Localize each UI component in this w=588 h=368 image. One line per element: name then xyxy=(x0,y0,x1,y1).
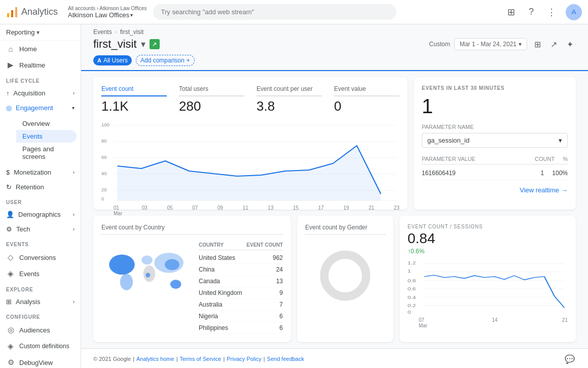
sidebar-item-custom-definitions[interactable]: ◈ Custom definitions xyxy=(0,338,77,354)
page-title-dropdown-icon[interactable]: ▾ xyxy=(141,39,145,50)
country-name: Australia xyxy=(199,301,223,308)
svg-point-18 xyxy=(141,255,153,264)
all-users-filter[interactable]: A All Users xyxy=(93,55,132,65)
page-title: first_visit xyxy=(93,38,137,51)
sidebar-item-demographics[interactable]: 👤 Demographics › xyxy=(0,207,81,222)
sidebar-item-label: Analysis xyxy=(16,298,40,306)
metric-total-users-value: 280 xyxy=(179,98,244,114)
svg-rect-2 xyxy=(15,7,17,17)
sidebar-item-label: Realtime xyxy=(19,61,45,69)
param-row-stats: 1 100% xyxy=(541,170,568,177)
app-name: Analytics xyxy=(21,7,58,17)
acquisition-icon: ↑ xyxy=(6,89,10,97)
footer-analytics-home-link[interactable]: Analytics home xyxy=(136,356,174,362)
more-options-icon[interactable]: ⋮ xyxy=(545,6,558,18)
sidebar-sub-item-pages[interactable]: Pages and screens xyxy=(16,143,77,163)
breadcrumb-current: first_visit xyxy=(120,28,144,36)
sidebar-item-tech[interactable]: ⚙ Tech › xyxy=(0,222,81,237)
events-section-label: EVENTS xyxy=(0,237,81,249)
main-layout: Reporting ▾ ⌂ Home ▶ Realtime LIFE CYCLE… xyxy=(0,24,588,368)
sidebar-item-conversions[interactable]: ◇ Conversions xyxy=(0,249,77,265)
x-label: 15 xyxy=(293,205,299,216)
sidebar-item-retention[interactable]: ↻ Retention xyxy=(0,180,81,194)
export-sheet-icon[interactable]: ↗ xyxy=(150,39,160,49)
country-card: Event count by Country xyxy=(93,216,291,342)
tech-icon: ⚙ xyxy=(6,225,12,233)
param-dropdown-value: ga_session_id xyxy=(427,137,469,144)
sidebar-item-engagement[interactable]: ◎ Engagement ▾ xyxy=(0,101,81,115)
chart-x-labels: 01Mar 03 05 07 09 11 13 15 17 19 21 23 xyxy=(101,205,399,216)
sidebar-item-realtime[interactable]: ▶ Realtime xyxy=(0,57,77,73)
x-label: 23 xyxy=(394,205,399,216)
realtime-value: 1 xyxy=(422,95,568,118)
footer-terms-link[interactable]: Terms of Service xyxy=(179,356,221,362)
help-icon[interactable]: ? xyxy=(525,6,537,18)
table-row: Nigeria 6 xyxy=(199,311,283,322)
events-chart-card: Event count 1.1K Total users 280 Event c… xyxy=(93,77,408,210)
monetization-expand-icon: › xyxy=(73,170,75,175)
tech-expand-icon: › xyxy=(73,226,75,232)
x-label: 07 xyxy=(192,205,198,216)
date-label: Custom xyxy=(429,41,450,48)
debugview-icon: ⚙ xyxy=(6,358,15,367)
sidebar-item-monetization[interactable]: $ Monetization › xyxy=(0,165,81,180)
date-range-button[interactable]: Mar 1 - Mar 24, 2021 ▾ xyxy=(454,38,527,50)
reporting-button[interactable]: Reporting ▾ xyxy=(0,24,81,41)
sessions-card-change: ↑0.6% xyxy=(408,248,568,255)
table-row: United States 962 xyxy=(199,252,283,264)
breadcrumb: Events › first_visit xyxy=(81,24,588,36)
sidebar-item-home[interactable]: ⌂ Home xyxy=(0,41,77,57)
footer-feedback-link[interactable]: Send feedback xyxy=(267,356,304,362)
demographics-icon: 👤 xyxy=(6,211,14,218)
metric-event-count[interactable]: Event count 1.1K xyxy=(101,85,167,114)
add-comparison-button[interactable]: Add comparison + xyxy=(136,55,195,66)
svg-text:0: 0 xyxy=(101,196,104,202)
country-count: 24 xyxy=(276,266,283,273)
main-content-grid: Event count 1.1K Total users 280 Event c… xyxy=(81,71,588,216)
sessions-sparkline: 1.2 1 0.8 0.6 0.4 0.2 0 xyxy=(408,259,568,320)
analytics-logo-icon xyxy=(6,6,18,18)
x-label: 01Mar xyxy=(114,205,122,216)
realtime-icon: ▶ xyxy=(6,60,15,70)
breadcrumb-events-link[interactable]: Events xyxy=(93,28,112,36)
world-map xyxy=(101,240,193,334)
param-row-count: 1 xyxy=(541,170,544,177)
sidebar-sub-item-overview[interactable]: Overview xyxy=(16,117,77,130)
donut-svg xyxy=(317,248,373,304)
realtime-card: EVENTS IN LAST 30 MINUTES 1 PARAMETER NA… xyxy=(414,77,576,210)
apps-icon[interactable]: ⊞ xyxy=(505,6,517,18)
svg-text:100: 100 xyxy=(101,122,109,127)
svg-text:20: 20 xyxy=(101,187,107,192)
sidebar-item-analysis[interactable]: ⊞ Analysis › xyxy=(0,294,81,309)
metric-event-value[interactable]: Event value 0 xyxy=(334,85,399,114)
events-icon: ◈ xyxy=(6,269,15,278)
search-input[interactable] xyxy=(153,4,396,20)
table-row: China 24 xyxy=(199,264,283,276)
search-box[interactable] xyxy=(153,4,396,20)
footer-privacy-link[interactable]: Privacy Policy xyxy=(227,356,261,362)
sidebar-sub-item-events[interactable]: Events xyxy=(16,130,77,143)
metric-event-per-user[interactable]: Event count per user 3.8 xyxy=(256,85,322,114)
svg-point-16 xyxy=(109,255,134,275)
param-row-value: 1616606419 xyxy=(422,170,456,177)
account-selector[interactable]: All accounts › Atkinson Law Offices Atki… xyxy=(68,6,146,19)
sidebar-item-acquisition[interactable]: ↑ Acquisition › xyxy=(0,86,81,101)
world-map-svg xyxy=(101,240,193,301)
param-row-percent: 100% xyxy=(552,170,568,177)
sidebar-item-events[interactable]: ◈ Events xyxy=(0,265,77,282)
svg-text:0.6: 0.6 xyxy=(408,287,416,291)
user-avatar[interactable]: A xyxy=(566,4,582,20)
svg-marker-15 xyxy=(118,146,381,200)
chat-icon[interactable]: 💬 xyxy=(564,353,576,365)
param-name-dropdown[interactable]: ga_session_id ▾ xyxy=(422,133,568,148)
metric-event-count-value: 1.1K xyxy=(101,98,167,114)
sidebar-item-debugview[interactable]: ⚙ DebugView xyxy=(0,354,77,368)
metric-total-users[interactable]: Total users 280 xyxy=(179,85,244,114)
footer: © 2021 Google | Analytics home | Terms o… xyxy=(81,348,588,368)
view-realtime-link[interactable]: View realtime → xyxy=(422,186,568,194)
custom-definitions-icon: ◈ xyxy=(6,342,15,351)
add-report-icon[interactable]: ⊞ xyxy=(531,38,543,50)
share-icon[interactable]: ↗ xyxy=(547,38,560,50)
sidebar-item-audiences[interactable]: ◎ Audiences xyxy=(0,322,77,338)
insights-icon[interactable]: ✦ xyxy=(564,38,576,50)
